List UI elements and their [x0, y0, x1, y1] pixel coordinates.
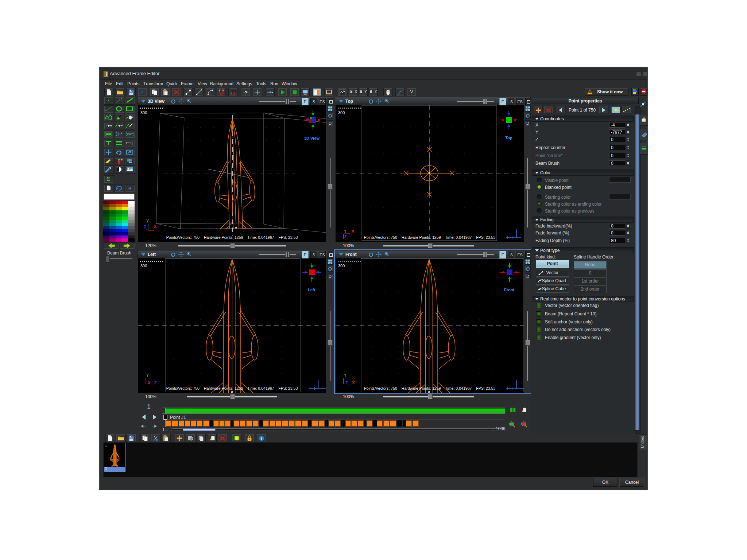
svg-text:300: 300: [140, 264, 147, 268]
svg-text:E: E: [116, 134, 117, 137]
svg-text:Z: Z: [144, 225, 146, 229]
svg-text:Y: Y: [344, 373, 347, 377]
svg-text:300: 300: [140, 110, 147, 115]
svg-text:Y: Y: [344, 229, 347, 233]
svg-text:F: F: [116, 131, 117, 134]
svg-text:X: X: [148, 381, 151, 385]
svg-text:Z: Z: [344, 234, 347, 239]
svg-text:?: ?: [132, 115, 133, 118]
svg-text:Σ: Σ: [107, 176, 110, 182]
svg-text:300: 300: [338, 110, 345, 115]
svg-text:X: X: [154, 224, 157, 229]
svg-text:3: 3: [121, 132, 122, 134]
svg-text:Z: Z: [345, 381, 348, 385]
svg-text:Y: Y: [146, 219, 149, 223]
svg-text:Points/Vectors: 750 Hardwar: Points/Vectors: 750 Hardware Points: 125…: [166, 235, 298, 240]
svg-text:Z: Z: [154, 381, 157, 385]
svg-text:X: X: [352, 381, 355, 385]
svg-text:Points/Vectors: 750 Hardwar: Points/Vectors: 750 Hardware Points: 125…: [364, 386, 496, 390]
svg-text:Points/Vectors: 750 Hardwar: Points/Vectors: 750 Hardware Points: 125…: [364, 235, 496, 240]
svg-text:Left: Left: [308, 288, 316, 292]
svg-text:Top: Top: [505, 136, 512, 140]
svg-text:3D View: 3D View: [304, 136, 320, 140]
svg-text:Front: Front: [504, 288, 514, 292]
svg-text:300: 300: [338, 264, 345, 268]
svg-text:R: R: [128, 186, 131, 190]
svg-text:Y: Y: [146, 373, 149, 377]
svg-text:Points/Vectors: 750 Hardwar: Points/Vectors: 750 Hardware Points: 125…: [166, 386, 298, 390]
svg-text:CUT: CUT: [127, 133, 133, 136]
svg-text:X: X: [352, 229, 355, 233]
